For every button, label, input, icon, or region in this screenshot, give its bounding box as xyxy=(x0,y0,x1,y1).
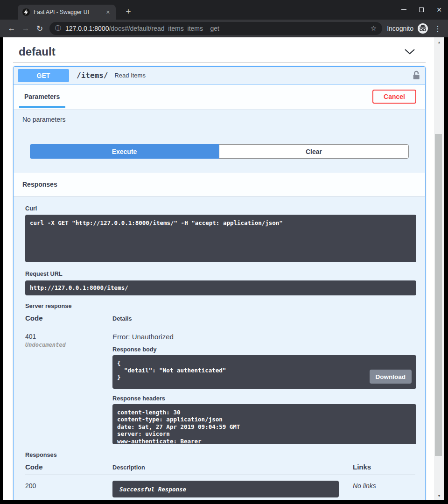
response-code-200: 200 xyxy=(25,481,112,497)
response-headers-label: Response headers xyxy=(112,395,416,402)
tab-close-icon[interactable]: ✕ xyxy=(104,8,112,16)
browser-toolbar: ← → ↻ ⓘ 127.0.0.1:8000/docs#/default/rea… xyxy=(0,20,448,37)
url-text: 127.0.0.1:8000/docs#/default/read_items_… xyxy=(65,25,367,32)
browser-tab-strip: Fast API - Swagger UI ✕ + ✕ xyxy=(0,0,448,20)
operation-path: /items/ xyxy=(77,71,108,80)
opblock-summary[interactable]: GET /items/ Read Items xyxy=(14,67,425,84)
tab-title: Fast API - Swagger UI xyxy=(34,9,104,15)
operation-summary: Read Items xyxy=(114,72,412,79)
tag-title: default xyxy=(19,45,56,58)
execute-button-group: Execute Clear xyxy=(14,144,425,159)
cancel-button[interactable]: Cancel xyxy=(372,90,416,104)
scrollbar-thumb[interactable] xyxy=(435,134,442,456)
minimize-icon xyxy=(401,9,406,10)
documented-responses-table-header: Code Description Links xyxy=(25,458,415,475)
opblock-get-items: GET /items/ Read Items Parameters Cancel… xyxy=(13,66,426,500)
incognito-spy-icon xyxy=(417,23,428,34)
error-description: Error: Unauthorized xyxy=(112,333,416,341)
curl-command[interactable]: curl -X GET "http://127.0.0.1:8000/items… xyxy=(25,215,416,262)
documented-responses-label: Responses xyxy=(25,452,415,458)
url-path: /docs#/default/read_items_items__get xyxy=(109,25,219,32)
server-response-table-header: Code Details xyxy=(25,309,415,326)
chevron-down-icon[interactable] xyxy=(404,49,415,55)
status-cell: 401 Undocumented xyxy=(25,333,112,444)
details-cell: Error: Unauthorized Response body { "det… xyxy=(112,333,416,444)
request-url-label: Request URL xyxy=(25,271,415,277)
incognito-label: Incognito xyxy=(387,25,413,32)
close-window-button[interactable]: ✕ xyxy=(434,5,444,15)
swagger-page: default GET /items/ Read Items Parameter… xyxy=(3,37,444,500)
column-details: Details xyxy=(112,315,415,322)
scroll-up-arrow[interactable]: ▲ xyxy=(434,38,444,46)
execute-button[interactable]: Execute xyxy=(30,144,219,159)
scroll-down-arrow[interactable]: ▼ xyxy=(434,492,444,499)
download-button[interactable]: Download xyxy=(370,370,412,384)
window-bottom-edge xyxy=(0,500,448,504)
minimize-button[interactable] xyxy=(399,5,409,15)
responses-section-title: Responses xyxy=(22,181,57,188)
clear-button[interactable]: Clear xyxy=(219,144,409,159)
address-bar[interactable]: ⓘ 127.0.0.1:8000/docs#/default/read_item… xyxy=(49,22,382,35)
column-code: Code xyxy=(25,314,112,322)
maximize-button[interactable] xyxy=(416,5,427,15)
back-button[interactable]: ← xyxy=(5,24,19,33)
page-info-icon[interactable]: ⓘ xyxy=(55,24,61,33)
status-code: 401 xyxy=(25,333,112,340)
response-body-json: { "detail": "Not authenticated" } xyxy=(117,360,226,381)
server-response-row: 401 Undocumented Error: Unauthorized Res… xyxy=(25,326,415,444)
reload-button[interactable]: ↻ xyxy=(33,24,47,34)
page-scrollbar[interactable]: ▲ ▼ xyxy=(434,37,444,500)
tag-section-header[interactable]: default xyxy=(13,41,426,63)
bookmark-star-icon[interactable]: ☆ xyxy=(371,24,377,33)
window-controls: ✕ xyxy=(399,0,444,20)
forward-button[interactable]: → xyxy=(19,24,33,33)
parameters-section-header: Parameters Cancel xyxy=(14,84,425,109)
tab-parameters[interactable]: Parameters xyxy=(22,93,62,100)
incognito-badge: Incognito xyxy=(387,23,428,34)
fastapi-favicon-icon xyxy=(22,8,30,16)
maximize-icon xyxy=(419,7,424,12)
response-body-label: Response body xyxy=(112,346,416,353)
no-links-text: No links xyxy=(353,481,415,497)
response-body-block: { "detail": "Not authenticated" } Downlo… xyxy=(112,355,416,389)
new-tab-button[interactable]: + xyxy=(122,6,134,18)
authorize-lock-button[interactable] xyxy=(412,70,420,80)
responses-inner: Curl curl -X GET "http://127.0.0.1:8000/… xyxy=(14,196,425,500)
column-links: Links xyxy=(353,463,415,471)
responses-section-header: Responses xyxy=(14,173,425,196)
browser-menu-button[interactable]: ⋮ xyxy=(432,24,443,33)
swagger-content: default GET /items/ Read Items Parameter… xyxy=(3,37,434,500)
response-description: Successful Response xyxy=(112,481,339,497)
column-code: Code xyxy=(25,463,112,471)
server-response-label: Server response xyxy=(25,303,415,309)
unlocked-padlock-icon xyxy=(412,70,420,80)
column-description: Description xyxy=(112,464,353,471)
curl-label: Curl xyxy=(25,205,415,212)
documented-response-row: 200 Successful Response No links xyxy=(25,475,415,497)
url-host: 127.0.0.1:8000 xyxy=(65,25,109,32)
request-url-value: http://127.0.0.1:8000/items/ xyxy=(25,280,416,295)
undocumented-badge: Undocumented xyxy=(25,342,112,348)
response-headers-block: content-length: 30 content-type: applica… xyxy=(112,404,416,444)
method-badge: GET xyxy=(18,69,69,82)
no-parameters-text: No parameters xyxy=(14,109,425,123)
browser-tab[interactable]: Fast API - Swagger UI ✕ xyxy=(18,5,116,20)
